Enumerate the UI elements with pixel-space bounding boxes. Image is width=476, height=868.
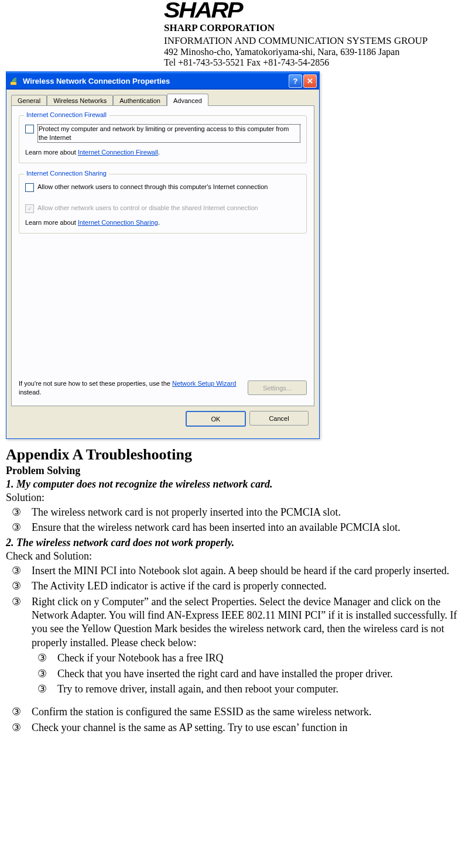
list-item: Check if your Notebook has a free IRQ [32,651,470,665]
sharp-logo: SHARP [164,0,476,21]
checkbox-allow-connect[interactable] [25,183,34,192]
cancel-button[interactable]: Cancel [249,411,309,426]
solution-label: Solution: [6,492,470,504]
checkbox-protect-label[interactable]: Protect my computer and network by limit… [37,124,300,143]
checkbox-allow-control-label: Allow other network users to control or … [37,204,258,212]
address-line: 492 Minosho-cho, Yamatokoriyama-shi, Nar… [164,47,470,57]
groupbox-firewall-title: Internet Connection Firewall [24,111,109,118]
tab-general[interactable]: General [11,95,47,106]
problem-2-sublist: Check if your Notebook has a free IRQ Ch… [32,651,470,696]
tab-authentication[interactable]: Authentication [113,95,167,106]
problem-solving-heading: Problem Solving [6,465,470,477]
tab-wireless-networks[interactable]: Wireless Networks [47,95,113,106]
tab-strip: General Wireless Networks Authentication… [11,93,314,105]
window-title: Wireless Network Connection Properties [23,77,170,85]
groupbox-sharing-title: Internet Connection Sharing [24,170,109,177]
ok-button[interactable]: OK [186,411,246,427]
problem-2-title: 2. The wireless network card does not wo… [6,537,470,549]
corporation-name: SHARP CORPORATION [164,22,470,34]
list-item: Check that you have inserted the right c… [32,667,470,681]
list-item: Insert the MINI PCI into Notebook slot a… [6,564,470,578]
list-item: Check your channel is the same as AP set… [6,721,470,735]
list-item: Try to remove driver, install again, and… [32,682,470,696]
learn-sharing: Learn more about Internet Connection Sha… [25,219,300,226]
appendix-heading: Appendix A Troubleshooting [6,446,470,464]
groupbox-sharing: Internet Connection Sharing Allow other … [19,174,307,234]
list-item: Confirm the station is configured the sa… [6,705,470,719]
link-network-setup-wizard[interactable]: Network Setup Wizard [172,380,236,387]
tab-advanced[interactable]: Advanced [167,94,208,106]
learn-firewall: Learn more about Internet Connection Fir… [25,149,300,156]
problem-1-list: The wireless network card is not properl… [6,506,470,535]
checkbox-allow-connect-label[interactable]: Allow other network users to connect thr… [37,183,268,191]
titlebar[interactable]: Wireless Network Connection Properties ?… [6,72,319,90]
problem-1-title: 1. My computer does not recognize the wi… [6,478,470,490]
check-solution-label: Check and Solution: [6,550,470,562]
wireless-icon [10,76,19,85]
checkbox-allow-control: ✓ [25,204,34,213]
problem-2-list: Insert the MINI PCI into Notebook slot a… [6,564,470,650]
problem-2-list-cont: Confirm the station is configured the sa… [6,705,470,735]
list-item: Right click on y Computer” and the selec… [6,595,470,650]
wizard-row: If you're not sure how to set these prop… [19,379,307,396]
list-item: The wireless network card is not properl… [6,506,470,519]
tel-fax-line: Tel +81-743-53-5521 Fax +81-743-54-2856 [164,57,470,68]
properties-dialog: Wireless Network Connection Properties ?… [6,71,320,439]
list-item: The Activity LED indicator is active if … [6,579,470,593]
group-name: INFORMATION AND COMMUNICATION SYSTEMS GR… [164,35,470,47]
settings-button: Settings... [248,380,307,395]
groupbox-firewall: Internet Connection Firewall Protect my … [19,115,307,163]
tab-panel-advanced: Internet Connection Firewall Protect my … [11,105,314,406]
letterhead: SHARP SHARP CORPORATION INFORMATION AND … [164,0,470,68]
list-item: Ensure that the wireless network card ha… [6,521,470,534]
link-firewall[interactable]: Internet Connection Firewall [78,149,158,156]
close-button[interactable]: ✕ [303,74,317,88]
dialog-buttons: OK Cancel [11,406,314,433]
link-sharing[interactable]: Internet Connection Sharing [78,219,158,226]
checkbox-protect-computer[interactable] [25,125,34,133]
help-button[interactable]: ? [289,74,302,88]
